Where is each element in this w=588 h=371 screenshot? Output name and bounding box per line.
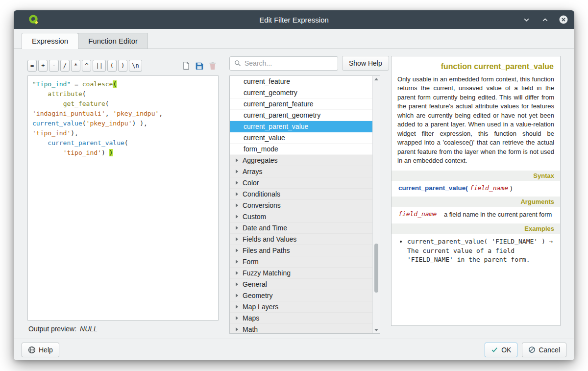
save-expression-icon[interactable] <box>194 60 205 72</box>
scrollbar-thumb[interactable] <box>374 244 378 293</box>
code-line-5: current_value('pkey_indpu') ), <box>32 119 214 128</box>
operator-button-2[interactable]: - <box>49 60 58 72</box>
function-item-fuzzy-matching[interactable]: Fuzzy Matching <box>230 268 372 279</box>
cancel-button[interactable]: Cancel <box>522 343 566 357</box>
expand-arrow-icon[interactable] <box>236 192 238 196</box>
expand-arrow-icon[interactable] <box>236 203 238 207</box>
function-item-fields-and-values[interactable]: Fields and Values <box>230 234 372 245</box>
syntax-header: Syntax <box>392 171 560 181</box>
operator-button-5[interactable]: ^ <box>82 60 91 72</box>
function-item-form_mode[interactable]: form_mode <box>230 144 372 155</box>
function-item-conversions[interactable]: Conversions <box>230 200 372 211</box>
function-item-label: Date and Time <box>243 224 287 232</box>
code-line-4: 'indagini_puntuali', 'pkey_indpu', <box>32 109 214 119</box>
function-list: current_featurecurrent_geometrycurrent_p… <box>230 76 372 333</box>
new-expression-icon[interactable] <box>180 60 192 72</box>
show-help-button[interactable]: Show Help <box>342 56 389 71</box>
expand-arrow-icon[interactable] <box>236 181 238 185</box>
argument-name: field_name <box>398 210 437 219</box>
close-icon[interactable] <box>559 15 568 25</box>
function-item-map-layers[interactable]: Map Layers <box>230 301 372 313</box>
search-box[interactable] <box>229 56 338 71</box>
code-line-6: 'tipo_ind'), <box>32 128 214 138</box>
function-item-label: Color <box>243 179 259 187</box>
function-list-panel: current_featurecurrent_geometrycurrent_p… <box>229 75 380 334</box>
delete-expression-icon[interactable] <box>207 60 219 72</box>
function-item-current_parent_geometry[interactable]: current_parent_geometry <box>230 110 372 121</box>
function-item-date-and-time[interactable]: Date and Time <box>230 223 372 234</box>
qgis-logo-icon <box>27 13 40 26</box>
function-item-general[interactable]: General <box>230 279 372 290</box>
function-item-label: current_value <box>244 134 285 142</box>
arguments-header: Arguments <box>392 197 560 207</box>
function-item-label: Geometry <box>243 292 272 299</box>
operator-button-7[interactable]: ( <box>107 60 117 72</box>
function-item-label: current_parent_geometry <box>244 111 320 119</box>
argument-row: field_namea field name in the current pa… <box>398 210 553 219</box>
function-item-current_parent_value[interactable]: current_parent_value <box>230 121 372 132</box>
expand-arrow-icon[interactable] <box>236 271 238 275</box>
function-item-color[interactable]: Color <box>230 177 372 189</box>
window-title: Edit Filter Expression <box>14 16 574 24</box>
expand-arrow-icon[interactable] <box>236 305 238 309</box>
function-item-conditionals[interactable]: Conditionals <box>230 189 372 200</box>
expand-arrow-icon[interactable] <box>236 170 238 173</box>
search-row: Show Help <box>229 56 380 71</box>
expand-arrow-icon[interactable] <box>236 158 238 162</box>
function-item-math[interactable]: Math <box>230 324 372 333</box>
function-item-current_value[interactable]: current_value <box>230 132 372 144</box>
function-item-maps[interactable]: Maps <box>230 313 372 324</box>
syntax-function-name: current_parent_value( <box>398 184 468 192</box>
operator-button-8[interactable]: ) <box>118 60 127 72</box>
tab-function-editor[interactable]: Function Editor <box>78 33 148 49</box>
expand-arrow-icon[interactable] <box>236 226 238 230</box>
function-item-label: form_mode <box>244 145 278 153</box>
code-line-7: current_parent_value( <box>32 138 214 148</box>
operator-button-4[interactable]: * <box>71 60 80 72</box>
maximize-icon[interactable] <box>540 15 550 25</box>
expand-arrow-icon[interactable] <box>236 316 238 320</box>
syntax-argument: field_name <box>470 184 508 192</box>
function-item-geometry[interactable]: Geometry <box>230 290 372 301</box>
scroll-down-icon[interactable] <box>374 329 378 331</box>
titlebar[interactable]: Edit Filter Expression <box>14 10 574 29</box>
code-line-1: "Tipo_ind" = coalesce( <box>32 79 214 89</box>
expand-arrow-icon[interactable] <box>236 248 238 252</box>
search-input[interactable] <box>245 59 333 67</box>
expand-arrow-icon[interactable] <box>236 237 238 241</box>
expand-arrow-icon[interactable] <box>236 260 238 264</box>
operator-button-n[interactable]: \n <box>129 60 142 72</box>
operator-button-1[interactable]: + <box>38 60 48 72</box>
operator-button-3[interactable]: / <box>60 60 70 72</box>
expand-arrow-icon[interactable] <box>236 215 238 219</box>
cancel-slash-icon <box>528 346 536 353</box>
function-item-current_geometry[interactable]: current_geometry <box>230 87 372 99</box>
function-item-label: Conversions <box>243 201 281 209</box>
help-button[interactable]: Help <box>22 343 59 357</box>
ok-button-label: OK <box>501 346 511 354</box>
function-item-arrays[interactable]: Arrays <box>230 166 372 177</box>
function-list-scrollbar[interactable] <box>372 76 380 333</box>
function-item-current_feature[interactable]: current_feature <box>230 76 372 87</box>
operator-button-6[interactable]: || <box>93 60 105 72</box>
output-preview-value: NULL <box>80 325 98 333</box>
expression-editor[interactable]: "Tipo_ind" = coalesce( attribute( get_fe… <box>27 75 219 321</box>
expand-arrow-icon[interactable] <box>236 327 238 331</box>
ok-button[interactable]: OK <box>485 343 517 357</box>
scroll-up-icon[interactable] <box>374 78 378 80</box>
scrollbar-track[interactable] <box>373 82 380 327</box>
function-item-form[interactable]: Form <box>230 256 372 268</box>
expand-arrow-icon[interactable] <box>236 282 238 286</box>
tab-expression[interactable]: Expression <box>22 33 78 49</box>
function-item-label: current_geometry <box>244 89 297 97</box>
function-item-aggregates[interactable]: Aggregates <box>230 155 372 166</box>
function-list-column: Show Help current_featurecurrent_geometr… <box>229 56 380 334</box>
minimize-icon[interactable] <box>521 15 531 25</box>
function-item-custom[interactable]: Custom <box>230 211 372 223</box>
function-item-label: General <box>243 280 267 288</box>
output-preview: Output preview: NULL <box>28 325 219 333</box>
expand-arrow-icon[interactable] <box>236 294 238 297</box>
function-item-current_parent_feature[interactable]: current_parent_feature <box>230 99 372 110</box>
function-item-files-and-paths[interactable]: Files and Paths <box>230 245 372 256</box>
operator-button-0[interactable]: = <box>27 60 37 72</box>
